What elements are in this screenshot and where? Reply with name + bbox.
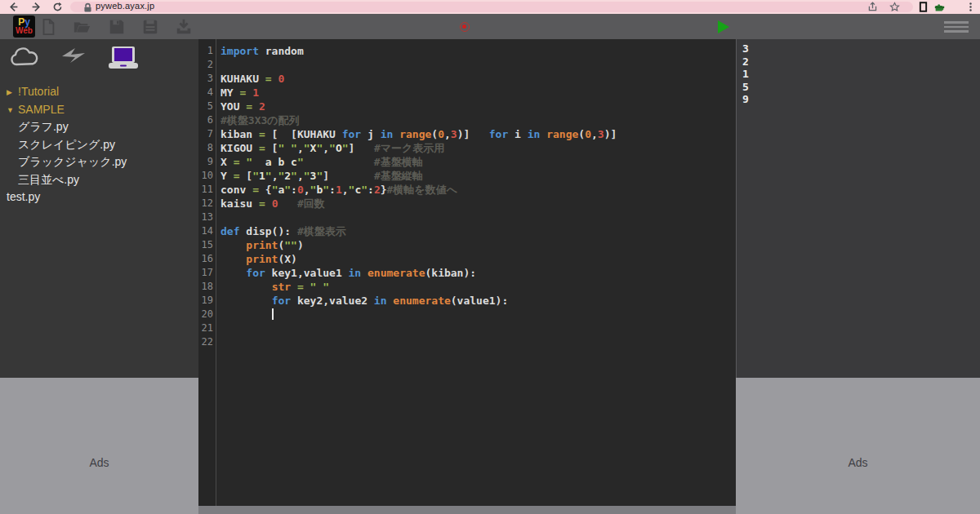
ad-area-left: Ads — [0, 378, 198, 514]
code-text: for key1,value1 in enumerate(kiban): — [216, 266, 476, 280]
cloud-icon[interactable] — [8, 45, 41, 71]
editor-hscrollbar[interactable] — [198, 506, 736, 514]
output-line: 2 — [737, 55, 980, 69]
back-icon[interactable] — [8, 2, 19, 12]
download-icon[interactable] — [175, 18, 193, 36]
output-line: 5 — [737, 81, 980, 94]
code-text — [216, 335, 220, 349]
code-line[interactable]: 4MY = 1 — [198, 86, 736, 100]
tree-item-label: グラフ.py — [18, 120, 69, 133]
code-line[interactable]: 22 — [198, 335, 736, 349]
code-line[interactable]: 11conv = {"a":0,"b":1,"c":2}#横軸を数値へ — [198, 183, 736, 197]
code-text: print(X) — [216, 252, 297, 266]
code-editor[interactable]: 1import random23KUHAKU = 04MY = 15YOU = … — [198, 39, 736, 506]
tree-arrow-icon[interactable]: ▶ — [7, 84, 18, 102]
code-line[interactable]: 15 print("") — [198, 238, 736, 252]
code-text: kaisu = 0 #回数 — [216, 197, 325, 210]
code-line[interactable]: 13 — [198, 210, 736, 224]
line-number: 5 — [198, 100, 216, 113]
tree-folder-item[interactable]: ▼SAMPLE — [0, 101, 198, 119]
code-line[interactable]: 2 — [198, 58, 736, 72]
line-number: 4 — [198, 86, 216, 100]
logo-text-web: Web — [13, 27, 35, 35]
code-line[interactable]: 12kaisu = 0 #回数 — [198, 197, 736, 210]
ad-label-left: Ads — [0, 456, 198, 469]
output-panel[interactable]: 32159 — [736, 39, 980, 378]
code-line[interactable]: 14def disp(): #棋盤表示 — [198, 224, 736, 238]
code-text: kiban = [ [KUHAKU for j in range(0,3)] f… — [216, 127, 617, 141]
lightning-icon[interactable] — [59, 45, 88, 71]
tree-item-label: SAMPLE — [18, 103, 65, 116]
bookmark-star-icon[interactable] — [889, 2, 900, 12]
record-icon[interactable] — [460, 22, 470, 32]
code-text: conv = {"a":0,"b":1,"c":2}#横軸を数値へ — [216, 183, 457, 197]
code-text — [216, 321, 220, 335]
save-icon[interactable] — [108, 18, 126, 36]
line-number: 18 — [198, 280, 216, 294]
code-text: MY = 1 — [216, 86, 259, 100]
share-icon[interactable] — [867, 2, 878, 12]
lock-icon — [82, 2, 93, 13]
tree-folder-item[interactable]: ▶!Tutorial — [0, 83, 198, 101]
tree-item-label: ブラックジャック.py — [18, 155, 127, 168]
code-text: Y = ["1","2","3"] #基盤縦軸 — [216, 169, 423, 183]
app-toolbar: Py Web — [0, 14, 980, 39]
tree-item-label: スクレイピング.py — [18, 138, 115, 151]
tree-file-item[interactable]: スクレイピング.py — [0, 136, 198, 154]
tree-file-item[interactable]: test.py — [0, 188, 198, 206]
code-line[interactable]: 7kiban = [ [KUHAKU for j in range(0,3)] … — [198, 127, 736, 141]
line-number: 6 — [198, 113, 216, 127]
output-lines: 32159 — [737, 39, 980, 106]
text-cursor — [272, 308, 274, 320]
run-icon[interactable] — [718, 20, 729, 33]
more-menu-icon[interactable] — [965, 2, 976, 12]
pyweb-logo[interactable]: Py Web — [13, 16, 35, 38]
code-line[interactable]: 16 print(X) — [198, 252, 736, 266]
menu-icon[interactable] — [944, 21, 969, 33]
code-text: print("") — [216, 238, 304, 252]
code-line[interactable]: 6#棋盤3X3の配列 — [198, 113, 736, 127]
laptop-icon[interactable] — [106, 45, 140, 73]
line-number: 2 — [198, 58, 216, 72]
tree-arrow-icon[interactable]: ▼ — [7, 102, 18, 120]
code-line[interactable]: 10Y = ["1","2","3"] #基盤縦軸 — [198, 169, 736, 183]
forward-icon[interactable] — [31, 2, 42, 12]
line-number: 3 — [198, 72, 216, 86]
code-line[interactable]: 1import random — [198, 44, 736, 58]
code-line[interactable]: 8KIGOU = [" ","X","O"] #マーク表示用 — [198, 141, 736, 155]
code-line[interactable]: 18 str = " " — [198, 280, 736, 294]
open-folder-icon[interactable] — [73, 18, 91, 36]
line-number: 8 — [198, 141, 216, 155]
tree-file-item[interactable]: 三目並べ.py — [0, 171, 198, 189]
extension-green-icon[interactable] — [934, 2, 945, 12]
code-lines: 1import random23KUHAKU = 04MY = 15YOU = … — [198, 44, 736, 349]
code-line[interactable]: 17 for key1,value1 in enumerate(kiban): — [198, 266, 736, 280]
code-line[interactable]: 5YOU = 2 — [198, 100, 736, 113]
code-line[interactable]: 9X = " a b c" #基盤横軸 — [198, 155, 736, 169]
line-number: 7 — [198, 127, 216, 141]
extension-black-icon[interactable] — [918, 2, 929, 12]
line-number: 22 — [198, 335, 216, 349]
output-line: 3 — [737, 42, 980, 55]
line-number: 9 — [198, 155, 216, 169]
code-line[interactable]: 21 — [198, 321, 736, 335]
code-line[interactable]: 3KUHAKU = 0 — [198, 72, 736, 86]
line-number: 1 — [198, 44, 216, 58]
line-number: 12 — [198, 197, 216, 210]
tree-file-item[interactable]: ブラックジャック.py — [0, 153, 198, 171]
code-text — [216, 308, 274, 321]
code-line[interactable]: 20 — [198, 308, 736, 321]
save-as-icon[interactable] — [141, 18, 159, 36]
code-line[interactable]: 19 for key2,value2 in enumerate(value1): — [198, 294, 736, 308]
line-number: 21 — [198, 321, 216, 335]
ad-area-right: Ads — [736, 378, 980, 514]
url-text[interactable]: pyweb.ayax.jp — [96, 1, 154, 11]
code-text: KIGOU = [" ","X","O"] #マーク表示用 — [216, 141, 444, 155]
code-text: YOU = 2 — [216, 100, 265, 113]
new-file-icon[interactable] — [39, 18, 57, 36]
url-bar[interactable] — [70, 2, 913, 12]
line-number: 17 — [198, 266, 216, 280]
tree-file-item[interactable]: グラフ.py — [0, 118, 198, 136]
reload-icon[interactable] — [52, 2, 63, 12]
code-text — [216, 210, 220, 224]
